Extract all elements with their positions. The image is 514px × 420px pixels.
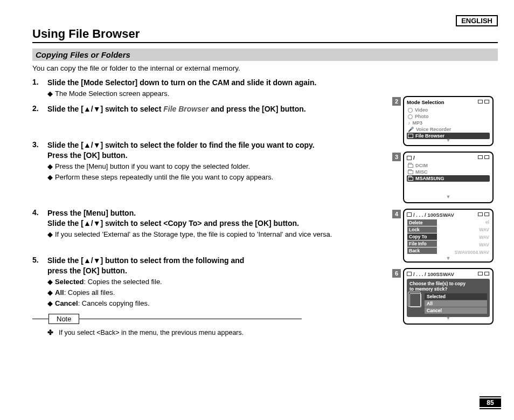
page-footer: 85 bbox=[480, 396, 501, 410]
mode-item-voice[interactable]: 🎤Voice Recorder bbox=[407, 126, 490, 133]
dialog-message: Choose the file(s) to copy to memory sti… bbox=[409, 281, 487, 292]
folder-icon bbox=[408, 170, 413, 174]
card-icon bbox=[407, 212, 412, 217]
chevron-down-icon: ▼ bbox=[404, 257, 492, 260]
step-sub: ◆Cancel: Cancels copying files. bbox=[47, 299, 388, 308]
status-icons bbox=[478, 155, 489, 159]
menu-item-delete[interactable]: Delete bbox=[407, 219, 437, 226]
step-sub: ◆All: Copies all files. bbox=[47, 288, 388, 298]
menu-item-back[interactable]: Back bbox=[407, 247, 437, 254]
step-2: 2. Slide the [▲/▼] switch to select File… bbox=[32, 104, 388, 114]
menu-item-copy-to[interactable]: Copy To bbox=[407, 233, 437, 240]
step-number: 1. bbox=[32, 78, 47, 99]
step-head2: press the [OK] button. bbox=[47, 266, 388, 276]
note-divider: Note bbox=[32, 314, 302, 324]
device-screen: / . . . / 100SSWAV el WAV WAV WAV SWAV00… bbox=[403, 209, 494, 263]
mode-item-video[interactable]: Video bbox=[407, 107, 490, 113]
screenshot-4: 4 / . . . / 100SSWAV el WAV WAV WAV SWAV… bbox=[392, 209, 495, 263]
device-screen: Mode Selection Video Photo ♪MP3 🎤Voice R… bbox=[403, 96, 494, 146]
device-screen: / DCIM MISC MSAMSUNG ▼ bbox=[403, 152, 494, 203]
step-head: Slide the [▲/▼] switch to select the fol… bbox=[47, 140, 388, 150]
step-head: Slide the [▲/▼] switch to select File Br… bbox=[47, 104, 388, 114]
mic-icon: 🎤 bbox=[408, 127, 414, 132]
card-icon bbox=[407, 272, 412, 276]
step-number: 4. bbox=[32, 208, 47, 239]
intro-text: You can copy the file or folder to the i… bbox=[32, 64, 498, 72]
screenshot-column: 2 Mode Selection Video Photo ♪MP3 🎤Voice… bbox=[392, 96, 495, 330]
page-number: 85 bbox=[480, 398, 501, 407]
steps: 1. Slide the [Mode Selector] down to tur… bbox=[32, 78, 388, 336]
chevron-down-icon: ▼ bbox=[407, 317, 490, 320]
screen-path: / . . . / 100SSWAV bbox=[407, 212, 490, 218]
manual-page: ENGLISH Using File Browser Copying Files… bbox=[0, 0, 514, 347]
music-icon: ♪ bbox=[408, 120, 411, 126]
screenshot-badge: 4 bbox=[392, 210, 401, 218]
step-sub: ◆Selected: Copies the selected file. bbox=[47, 277, 388, 287]
context-menu: Delete Lock Copy To File Info Back bbox=[407, 219, 437, 254]
mode-item-photo[interactable]: Photo bbox=[407, 113, 490, 120]
step-sub: ◆The Mode Selection screen appears. bbox=[47, 89, 388, 99]
step-head: Press the [Menu] button. bbox=[47, 208, 388, 218]
step-3: 3. Slide the [▲/▼] switch to select the … bbox=[32, 140, 388, 182]
folder-item[interactable]: DCIM bbox=[407, 162, 490, 169]
camera-icon bbox=[408, 114, 413, 119]
copy-icon bbox=[409, 293, 421, 307]
dialog-options: Selected All Cancel bbox=[425, 293, 487, 314]
note-label: Note bbox=[48, 314, 79, 324]
screenshot-badge: 3 bbox=[392, 153, 401, 161]
step-number: 3. bbox=[32, 140, 47, 182]
step-head: Slide the [Mode Selector] down to turn o… bbox=[47, 78, 388, 88]
folder-icon bbox=[408, 177, 413, 181]
screenshot-3: 3 / DCIM MISC MSAMSUNG ▼ bbox=[392, 152, 495, 203]
dialog-option-selected[interactable]: Selected bbox=[425, 293, 487, 300]
copy-dialog: Choose the file(s) to copy to memory sti… bbox=[407, 279, 490, 317]
step-head: Slide the [▲/▼] button to select from th… bbox=[47, 256, 388, 266]
screenshot-badge: 6 bbox=[392, 269, 401, 278]
folder-item[interactable]: MISC bbox=[407, 169, 490, 175]
page-title: Using File Browser bbox=[32, 27, 498, 43]
step-head2: Slide the [▲/▼] switch to select <Copy T… bbox=[47, 218, 388, 229]
status-icons bbox=[478, 212, 489, 216]
status-icons bbox=[478, 100, 489, 104]
section-subtitle: Copying Files or Folders bbox=[32, 49, 498, 61]
step-sub: ◆Perform these steps repeatedly until th… bbox=[47, 173, 388, 182]
screen-path: / bbox=[407, 155, 490, 161]
step-5: 5. Slide the [▲/▼] button to select from… bbox=[32, 256, 388, 308]
step-1: 1. Slide the [Mode Selector] down to tur… bbox=[32, 78, 388, 99]
chevron-down-icon: ▼ bbox=[407, 139, 490, 142]
file-list-bg: el WAV WAV WAV SWAV0004.WAV bbox=[455, 219, 489, 257]
screen-title: Mode Selection bbox=[407, 99, 490, 105]
chevron-down-icon: ▼ bbox=[407, 196, 490, 198]
card-icon bbox=[407, 156, 412, 160]
device-screen: / . . . / 100SSWAV Choose the file(s) to… bbox=[403, 268, 494, 325]
step-number: 2. bbox=[32, 104, 47, 114]
status-icons bbox=[478, 272, 489, 276]
dialog-option-cancel[interactable]: Cancel bbox=[425, 307, 487, 314]
video-icon bbox=[408, 108, 413, 113]
language-badge: ENGLISH bbox=[456, 15, 498, 26]
screenshot-2: 2 Mode Selection Video Photo ♪MP3 🎤Voice… bbox=[392, 96, 495, 146]
dialog-option-all[interactable]: All bbox=[425, 300, 487, 307]
folder-icon bbox=[408, 164, 413, 168]
step-sub: ◆Press the [Menu] button if you want to … bbox=[47, 162, 388, 171]
screenshot-6: 6 / . . . / 100SSWAV Choose the file(s) … bbox=[392, 268, 495, 325]
step-sub: ◆If you selected 'External' as the Stora… bbox=[47, 230, 388, 239]
menu-item-file-info[interactable]: File Info bbox=[407, 240, 437, 247]
list-icon bbox=[408, 134, 413, 138]
step-head2: Press the [OK] button. bbox=[47, 150, 388, 161]
screen-path: / . . . / 100SSWAV bbox=[407, 271, 490, 277]
step-number: 5. bbox=[32, 256, 47, 308]
mode-item-mp3[interactable]: ♪MP3 bbox=[407, 120, 490, 126]
screenshot-badge: 2 bbox=[392, 97, 401, 106]
folder-item[interactable]: MSAMSUNG bbox=[407, 175, 490, 182]
note-text: ✤If you select <Back> in the menu, the p… bbox=[47, 328, 388, 336]
step-4: 4. Press the [Menu] button. Slide the [▲… bbox=[32, 208, 388, 239]
menu-item-lock[interactable]: Lock bbox=[407, 226, 437, 233]
